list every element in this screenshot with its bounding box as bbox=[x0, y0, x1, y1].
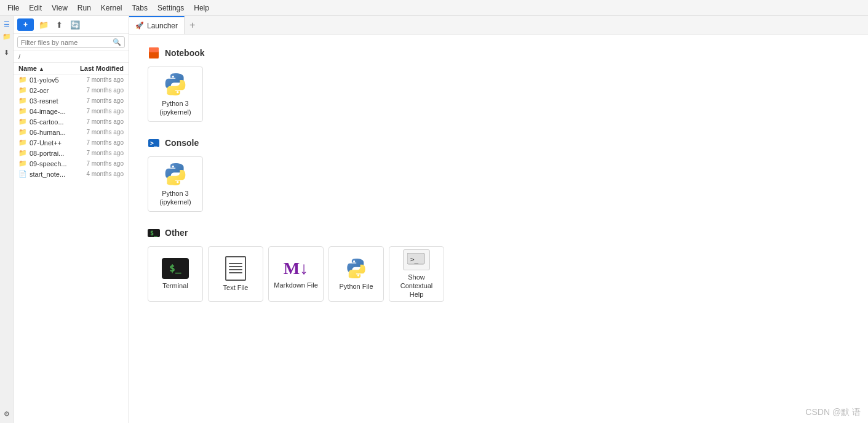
markdown-icon: M↓ bbox=[284, 259, 308, 278]
list-item[interactable]: 📁 02-ocr 7 months ago bbox=[14, 85, 129, 95]
section-icon-console: >_ bbox=[148, 137, 160, 149]
file-item-name: 📁 08-portrai... bbox=[18, 149, 86, 157]
upload-button[interactable]: ⬆ bbox=[54, 19, 65, 31]
folder-icon: 📁 bbox=[18, 97, 27, 105]
menubar: File Edit View Run Kernel Tabs Settings … bbox=[0, 0, 868, 16]
sidebar-icon-settings[interactable]: ⚙ bbox=[1, 408, 12, 419]
name-column-header[interactable]: Name ▲ bbox=[18, 65, 44, 72]
section-icon-other: $_ bbox=[148, 227, 160, 239]
file-item-name: 📁 06-human... bbox=[18, 128, 86, 136]
folder-icon: 📁 bbox=[18, 107, 27, 115]
list-item[interactable]: 📄 start_note... 4 months ago bbox=[14, 169, 129, 179]
menu-help[interactable]: Help bbox=[189, 2, 214, 14]
file-name-label: 03-resnet bbox=[30, 97, 58, 105]
launcher-content: Notebook Python 3(ipykernel) >_ Console bbox=[129, 34, 868, 423]
date-column-header[interactable]: Last Modified bbox=[80, 65, 124, 72]
card-python3[interactable]: Python 3(ipykernel) bbox=[148, 156, 203, 212]
file-search: 🔍 bbox=[14, 34, 129, 51]
file-item-name: 📁 07-Unet++ bbox=[18, 139, 86, 147]
list-item[interactable]: 📁 01-yolov5 7 months ago bbox=[14, 75, 129, 85]
card-terminal[interactable]: $_ Terminal bbox=[148, 246, 203, 302]
list-item[interactable]: 📁 03-resnet 7 months ago bbox=[14, 95, 129, 106]
card-python3[interactable]: Python 3(ipykernel) bbox=[148, 66, 203, 122]
menu-run[interactable]: Run bbox=[73, 2, 96, 14]
card-help[interactable]: >_ ShowContextualHelp bbox=[389, 246, 444, 302]
file-list: 📁 01-yolov5 7 months ago 📁 02-ocr 7 mont… bbox=[14, 75, 129, 423]
section-other: $_ Other $_ Terminal Text File M↓ Markdo… bbox=[148, 227, 850, 302]
menu-tabs[interactable]: Tabs bbox=[127, 2, 153, 14]
card-icon-help: >_ bbox=[403, 249, 430, 270]
sidebar-icon-folder[interactable]: 📁 bbox=[1, 31, 12, 42]
file-name-label: 02-ocr bbox=[30, 87, 49, 94]
file-name-label: 05-cartoo... bbox=[30, 118, 64, 126]
refresh-button[interactable]: 🔄 bbox=[68, 19, 82, 31]
file-item-name: 📁 03-resnet bbox=[18, 97, 86, 105]
section-console: >_ Console Python 3(ipykernel) bbox=[148, 137, 850, 212]
folder-icon: 📁 bbox=[18, 76, 27, 84]
file-item-name: 📁 09-speech... bbox=[18, 159, 86, 167]
card-label-python3: Python 3(ipykernel) bbox=[159, 189, 191, 207]
list-item[interactable]: 📁 07-Unet++ 7 months ago bbox=[14, 137, 129, 148]
file-item-name: 📁 04-image-... bbox=[18, 107, 86, 115]
file-panel: + 📁 ⬆ 🔄 🔍 / Name ▲ Last Modified 📁 01-y bbox=[14, 16, 129, 423]
card-label-python3: Python 3(ipykernel) bbox=[159, 99, 191, 117]
menu-view[interactable]: View bbox=[47, 2, 73, 14]
file-item-date: 7 months ago bbox=[86, 139, 124, 146]
card-icon-markdown: M↓ bbox=[284, 259, 308, 278]
file-name-label: start_note... bbox=[30, 171, 65, 178]
list-item[interactable]: 📁 05-cartoo... 7 months ago bbox=[14, 116, 129, 127]
list-item[interactable]: 📁 06-human... 7 months ago bbox=[14, 127, 129, 137]
search-input[interactable] bbox=[21, 39, 113, 46]
card-text[interactable]: Text File bbox=[208, 246, 263, 302]
file-item-name: 📁 01-yolov5 bbox=[18, 76, 86, 84]
cards-grid-console: Python 3(ipykernel) bbox=[148, 156, 850, 212]
new-button[interactable]: + bbox=[17, 18, 34, 31]
menu-kernel[interactable]: Kernel bbox=[96, 2, 127, 14]
sidebar-icons: ☰ 📁 ⬇ ⚙ bbox=[0, 16, 14, 423]
sidebar-icon-menu[interactable]: ☰ bbox=[1, 18, 12, 30]
new-folder-button[interactable]: 📁 bbox=[36, 19, 51, 31]
card-label-help: ShowContextualHelp bbox=[400, 273, 433, 299]
folder-icon: 📁 bbox=[18, 118, 27, 126]
file-icon: 📄 bbox=[18, 170, 27, 178]
main-area: 🚀 Launcher + Notebook Python 3(ipyk bbox=[129, 16, 868, 423]
file-item-date: 7 months ago bbox=[86, 76, 124, 83]
tab-add-button[interactable]: + bbox=[185, 16, 200, 34]
card-label-markdown: Markdown File bbox=[274, 281, 318, 289]
card-icon-python3 bbox=[163, 162, 188, 187]
card-markdown[interactable]: M↓ Markdown File bbox=[268, 246, 324, 302]
card-icon-text bbox=[225, 256, 246, 281]
list-item[interactable]: 📁 04-image-... 7 months ago bbox=[14, 106, 129, 116]
file-item-date: 4 months ago bbox=[86, 171, 124, 177]
menu-file[interactable]: File bbox=[2, 2, 24, 14]
file-item-name: 📁 05-cartoo... bbox=[18, 118, 86, 126]
cards-grid-other: $_ Terminal Text File M↓ Markdown File bbox=[148, 246, 850, 302]
file-name-label: 04-image-... bbox=[30, 108, 66, 115]
file-item-date: 7 months ago bbox=[86, 160, 124, 167]
list-item[interactable]: 📁 08-portrai... 7 months ago bbox=[14, 148, 129, 158]
file-item-date: 7 months ago bbox=[86, 87, 124, 94]
file-name-label: 06-human... bbox=[30, 129, 66, 136]
list-item[interactable]: 📁 09-speech... 7 months ago bbox=[14, 158, 129, 169]
cards-grid-notebook: Python 3(ipykernel) bbox=[148, 66, 850, 122]
menu-settings[interactable]: Settings bbox=[153, 2, 189, 14]
card-icon-terminal: $_ bbox=[162, 258, 189, 279]
tab-launcher-icon: 🚀 bbox=[135, 22, 144, 30]
folder-icon: 📁 bbox=[18, 128, 27, 136]
other-section-icon: $_ bbox=[148, 229, 160, 237]
card-python[interactable]: Python File bbox=[328, 246, 384, 302]
card-label-text: Text File bbox=[223, 283, 249, 292]
section-label-notebook: Notebook bbox=[165, 48, 205, 58]
card-icon-python3 bbox=[163, 72, 188, 97]
folder-icon: 📁 bbox=[18, 149, 27, 157]
menu-edit[interactable]: Edit bbox=[24, 2, 47, 14]
section-title-notebook: Notebook bbox=[148, 47, 850, 59]
file-item-date: 7 months ago bbox=[86, 118, 124, 125]
tab-launcher[interactable]: 🚀 Launcher bbox=[129, 16, 185, 34]
file-item-date: 7 months ago bbox=[86, 108, 124, 115]
file-item-date: 7 months ago bbox=[86, 97, 124, 104]
search-icon: 🔍 bbox=[113, 38, 121, 46]
sidebar-icon-download[interactable]: ⬇ bbox=[1, 47, 12, 58]
notebook-section-icon bbox=[148, 47, 160, 59]
section-title-other: $_ Other bbox=[148, 227, 850, 239]
